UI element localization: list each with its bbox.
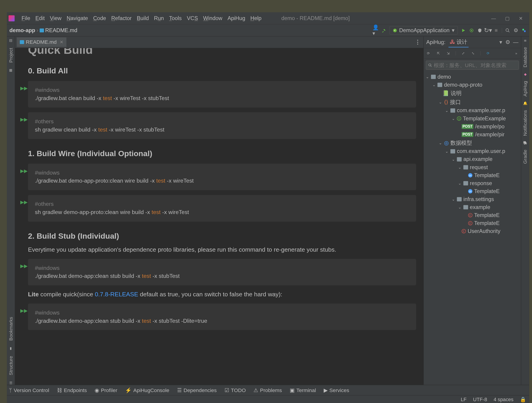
tree-node[interactable]: UserAuthority bbox=[468, 228, 500, 234]
todo-tool-button[interactable]: ☑TODO bbox=[225, 387, 246, 393]
tab-more-icon[interactable]: ⋮ bbox=[415, 39, 421, 45]
project-folder-icon[interactable]: ▤ bbox=[9, 38, 12, 42]
apihug-search[interactable] bbox=[426, 61, 519, 70]
minimize-panel-icon[interactable]: — bbox=[513, 39, 519, 45]
menu-edit[interactable]: Edit bbox=[33, 14, 47, 23]
menu-code[interactable]: Code bbox=[90, 14, 108, 23]
apihug-tool-button[interactable]: ApiHug bbox=[522, 80, 528, 98]
run-gutter-icon[interactable]: ▶▶ bbox=[20, 199, 28, 206]
bell-icon[interactable]: 🔔 bbox=[523, 101, 527, 105]
tree-node[interactable]: TemplateE bbox=[474, 188, 500, 194]
collapse-in-icon[interactable]: ⤡ bbox=[470, 50, 476, 56]
debug-icon[interactable] bbox=[469, 28, 474, 33]
run-gutter-icon[interactable]: ▶▶ bbox=[20, 116, 28, 123]
structure-icon[interactable]: ☰ bbox=[9, 381, 12, 385]
tree-node[interactable]: com.example.user.p bbox=[457, 148, 505, 154]
tree-node[interactable]: /example/po bbox=[475, 123, 504, 129]
status-indent[interactable]: 4 spaces bbox=[494, 397, 513, 403]
profiler-tool-button[interactable]: ◉Profiler bbox=[95, 387, 117, 393]
chevron-down-icon[interactable]: ▾ bbox=[499, 39, 502, 45]
markdown-preview[interactable]: Quick Build 0. Build All ▶▶ #windows ./g… bbox=[15, 48, 424, 385]
gear-icon[interactable]: ⚙ bbox=[505, 39, 510, 45]
run-gutter-icon[interactable]: ▶▶ bbox=[20, 85, 28, 92]
problems-tool-button[interactable]: ⚠Problems bbox=[253, 387, 282, 393]
stop-icon[interactable] bbox=[494, 28, 499, 33]
breadcrumb-root[interactable]: demo-app bbox=[9, 27, 35, 33]
apihug-icon[interactable]: ◆ bbox=[524, 72, 526, 76]
tree-node[interactable]: demo bbox=[437, 74, 451, 80]
tab-readme[interactable]: README.md ✕ bbox=[17, 37, 67, 47]
expand-icon[interactable]: ⌄ bbox=[439, 140, 442, 145]
menu-vcs[interactable]: VCS bbox=[184, 14, 200, 23]
design-tab[interactable]: 🖧 设计 bbox=[449, 37, 469, 47]
menu-window[interactable]: Window bbox=[201, 14, 225, 23]
terminal-tool-button[interactable]: ▣Terminal bbox=[290, 387, 316, 393]
coverage-icon[interactable] bbox=[477, 28, 482, 33]
expand-icon[interactable]: ⌄ bbox=[452, 197, 455, 202]
run-gutter-icon[interactable]: ▶▶ bbox=[20, 168, 28, 174]
tree-node[interactable]: request bbox=[470, 164, 488, 170]
menu-view[interactable]: View bbox=[47, 14, 64, 23]
expand-icon[interactable]: ⌄ bbox=[458, 181, 462, 186]
minimize-icon[interactable]: — bbox=[491, 16, 496, 21]
collapse-icon[interactable]: ⇱ bbox=[436, 50, 441, 56]
breadcrumb-file[interactable]: README.md bbox=[45, 27, 77, 33]
expand-icon[interactable]: ⌄ bbox=[445, 149, 449, 154]
tree-node[interactable]: TemplateE bbox=[474, 220, 500, 226]
tree-node[interactable]: example bbox=[470, 204, 490, 210]
user-icon[interactable]: 👤▾ bbox=[373, 28, 378, 33]
expand-icon[interactable]: ⌄ bbox=[458, 205, 462, 209]
menu-file[interactable]: File bbox=[19, 14, 33, 23]
breadcrumb[interactable]: demo-app › README.md bbox=[9, 27, 77, 33]
tree-node[interactable]: TemplateExample bbox=[463, 115, 506, 121]
tree-node[interactable]: TemplateE bbox=[474, 212, 500, 218]
apihug-console-tool-button[interactable]: ⚡ApiHugConsole bbox=[125, 387, 169, 393]
menu-tools[interactable]: Tools bbox=[166, 14, 184, 23]
settings-gear-icon[interactable]: ⚙ bbox=[513, 28, 519, 33]
dependencies-tool-button[interactable]: ☰Dependencies bbox=[177, 387, 217, 393]
expand-icon[interactable]: ⌄ bbox=[439, 100, 442, 104]
gradle-tool-button[interactable]: Gradle bbox=[522, 148, 528, 165]
run-icon[interactable] bbox=[461, 28, 466, 33]
sync-icon[interactable]: ⟳ bbox=[485, 50, 491, 56]
tree-node[interactable]: com.example.user.p bbox=[457, 107, 505, 113]
bookmark-icon[interactable]: ▮ bbox=[10, 346, 12, 350]
menu-run[interactable]: Run bbox=[151, 14, 166, 23]
tree-node[interactable]: /example/pir bbox=[475, 131, 504, 138]
expand-icon[interactable]: ⌄ bbox=[452, 157, 455, 162]
expand-out-icon[interactable]: ⤢ bbox=[461, 50, 466, 56]
search-icon[interactable] bbox=[505, 28, 510, 33]
menu-help[interactable]: Help bbox=[248, 14, 264, 23]
search-input[interactable] bbox=[434, 62, 517, 68]
menu-navigate[interactable]: Navigate bbox=[64, 14, 90, 23]
maximize-icon[interactable]: ▢ bbox=[505, 16, 510, 21]
refresh-icon[interactable]: ⟳ bbox=[426, 50, 431, 56]
endpoints-tool-button[interactable]: ⛓Endpoints bbox=[57, 387, 87, 393]
tree-node[interactable]: response bbox=[470, 180, 492, 186]
menu-build[interactable]: Build bbox=[134, 14, 151, 23]
expand-icon[interactable]: ⌄ bbox=[426, 74, 429, 79]
tab-close-icon[interactable]: ✕ bbox=[60, 39, 63, 45]
tree-node[interactable]: api.example bbox=[463, 156, 493, 162]
database-icon[interactable]: ≣ bbox=[524, 38, 526, 42]
more-icon[interactable]: » bbox=[514, 50, 519, 56]
project-tool-button[interactable]: Project bbox=[8, 47, 14, 64]
tree-node[interactable]: 说明 bbox=[451, 90, 461, 97]
run-gutter-icon[interactable]: ▶▶ bbox=[20, 263, 28, 269]
menu-refactor[interactable]: Refactor bbox=[109, 14, 134, 23]
run-config-selector[interactable]: DemoAppApplication ▾ bbox=[390, 26, 458, 35]
folder-icon[interactable]: ▦ bbox=[9, 68, 12, 72]
notifications-tool-button[interactable]: Notifications bbox=[522, 109, 528, 138]
status-encoding[interactable]: UTF-8 bbox=[473, 397, 487, 403]
run-gutter-icon[interactable]: ▶▶ bbox=[20, 307, 28, 314]
expand-icon[interactable]: ⇲ bbox=[446, 50, 451, 56]
tree-node[interactable]: infra.settings bbox=[463, 196, 494, 202]
gradle-icon[interactable]: 🐘 bbox=[523, 141, 527, 145]
expand-icon[interactable]: ⌄ bbox=[452, 116, 455, 121]
tree-node[interactable]: 接口 bbox=[450, 99, 461, 106]
tree-node[interactable]: TemplateE bbox=[474, 172, 500, 178]
release-link[interactable]: 0.7.8-RELEASE bbox=[95, 291, 138, 297]
expand-icon[interactable]: ⌄ bbox=[445, 108, 449, 113]
hammer-build-icon[interactable] bbox=[381, 28, 386, 33]
expand-icon[interactable]: ⌄ bbox=[432, 82, 436, 87]
